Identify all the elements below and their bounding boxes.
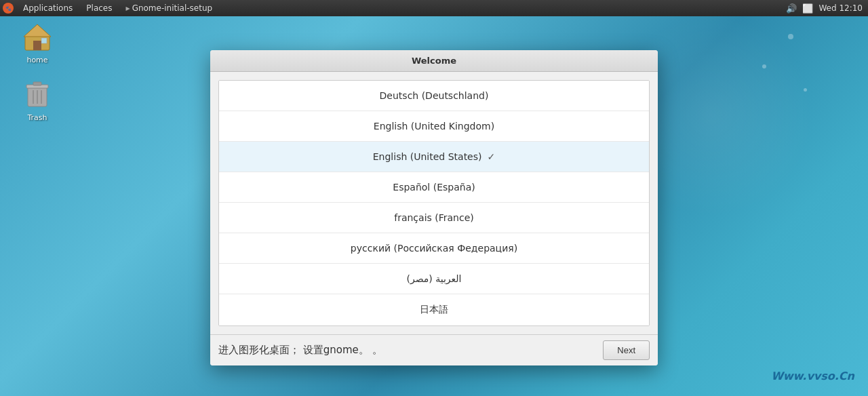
language-label-english-us: English (United States) — [373, 151, 482, 162]
language-item-francais[interactable]: français (France) — [219, 203, 649, 233]
language-scroll[interactable]: Deutsch (Deutschland) English (United Ki… — [219, 81, 649, 325]
datetime-display: Wed 12:10 — [818, 3, 863, 13]
places-menu[interactable]: Places — [79, 0, 119, 16]
dialog-overlay: Welcome Deutsch (Deutschland) English (U… — [0, 16, 868, 396]
applications-menu[interactable]: Applications — [16, 0, 79, 16]
taskbar: 🐾 Applications Places ▶ Gnome-initial-se… — [0, 0, 868, 16]
language-label-russian: русский (Российская Федерация) — [351, 243, 517, 254]
footer-text: 进入图形化桌面； 设置gnome。 。 — [218, 344, 596, 357]
language-item-japanese[interactable]: 日本語 — [219, 294, 649, 325]
dialog-title: Welcome — [210, 50, 658, 72]
selected-checkmark: ✓ — [488, 151, 496, 162]
language-label-english-uk: English (United Kingdom) — [374, 121, 494, 132]
display-icon[interactable]: ⬜ — [802, 3, 813, 14]
next-button[interactable]: Next — [603, 340, 650, 360]
dialog-footer: 进入图形化桌面； 设置gnome。 。 Next — [210, 334, 658, 365]
dialog-content: Deutsch (Deutschland) English (United Ki… — [210, 72, 658, 365]
language-label-francais: français (France) — [394, 212, 474, 223]
desktop: 🐾 Applications Places ▶ Gnome-initial-se… — [0, 0, 868, 396]
language-label-japanese: 日本語 — [420, 304, 448, 316]
language-item-espanol[interactable]: Español (España) — [219, 172, 649, 203]
language-item-arabic[interactable]: العربية (مصر) — [219, 264, 649, 294]
gnome-app-icon: 🐾 — [3, 3, 14, 14]
language-label-deutsch: Deutsch (Deutschland) — [380, 90, 489, 101]
language-label-espanol: Español (España) — [393, 182, 475, 193]
language-item-english-us[interactable]: English (United States) ✓ — [219, 142, 649, 172]
language-list: Deutsch (Deutschland) English (United Ki… — [218, 80, 650, 326]
language-item-russian[interactable]: русский (Российская Федерация) — [219, 233, 649, 264]
welcome-dialog: Welcome Deutsch (Deutschland) English (U… — [210, 50, 658, 365]
svg-text:🐾: 🐾 — [5, 5, 12, 12]
language-label-arabic: العربية (مصر) — [407, 273, 462, 284]
gnome-setup-item: ▶ Gnome-initial-setup — [119, 0, 219, 16]
language-item-deutsch[interactable]: Deutsch (Deutschland) — [219, 81, 649, 111]
volume-icon[interactable]: 🔊 — [786, 3, 797, 14]
language-item-english-uk[interactable]: English (United Kingdom) — [219, 111, 649, 142]
taskbar-right: 🔊 ⬜ Wed 12:10 — [786, 3, 868, 14]
